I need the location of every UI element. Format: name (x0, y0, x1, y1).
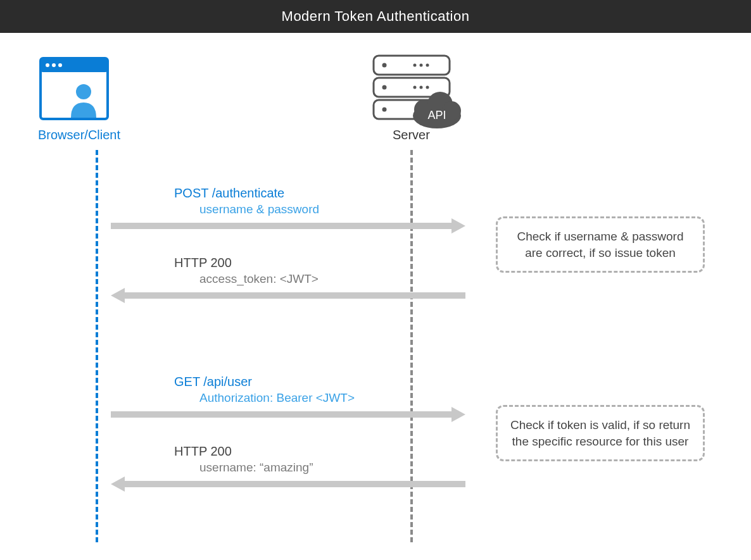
svg-point-5 (76, 84, 91, 99)
flow2-title: HTTP 200 (174, 256, 232, 270)
arrow-authenticate-response: HTTP 200 access_token: <JWT> (111, 292, 465, 299)
flow3-sub: Authorization: Bearer <JWT> (199, 391, 355, 405)
flow1-title: POST /authenticate (174, 186, 284, 201)
note-validate-token: Check if token is valid, if so return th… (496, 405, 705, 461)
server-label: Server (393, 128, 430, 142)
flow2-sub: access_token: <JWT> (199, 272, 319, 286)
svg-point-3 (52, 63, 56, 67)
svg-point-16 (426, 86, 429, 89)
svg-point-4 (58, 63, 62, 67)
api-badge: API (427, 109, 446, 121)
note-issue-token: Check if username & password are correct… (496, 216, 705, 273)
arrow-api-request: GET /api/user Authorization: Bearer <JWT… (111, 411, 465, 418)
svg-point-13 (382, 85, 387, 90)
server-icon: API (370, 54, 465, 130)
diagram-stage: Browser/Client API Server POST /authenti… (0, 33, 751, 560)
svg-point-12 (426, 64, 429, 67)
flow4-title: HTTP 200 (174, 444, 232, 459)
flow1-sub: username & password (199, 202, 319, 216)
arrow-authenticate-request: POST /authenticate username & password (111, 223, 465, 229)
browser-client-icon (39, 57, 109, 120)
diagram-title: Modern Token Authentication (0, 0, 751, 33)
flow3-title: GET /api/user (174, 375, 252, 389)
svg-rect-1 (41, 58, 108, 72)
svg-point-15 (420, 86, 423, 89)
arrow-api-response: HTTP 200 username: “amazing” (111, 481, 465, 487)
client-label: Browser/Client (38, 128, 120, 142)
svg-point-14 (413, 86, 417, 89)
svg-point-2 (46, 63, 49, 67)
svg-point-10 (413, 64, 417, 67)
client-lifeline (96, 150, 98, 542)
svg-point-17 (382, 108, 387, 112)
svg-point-11 (420, 64, 423, 67)
flow4-sub: username: “amazing” (199, 461, 313, 475)
svg-point-9 (382, 63, 387, 68)
